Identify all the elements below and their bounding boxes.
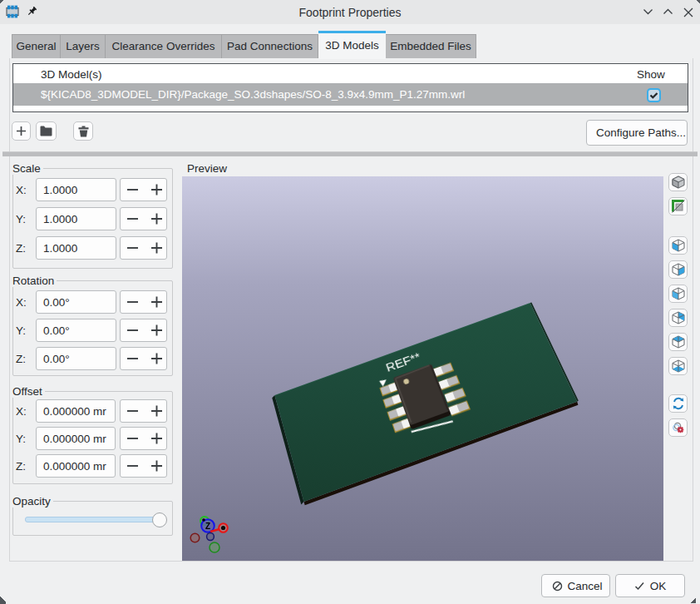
svg-text:Z: Z — [205, 522, 210, 531]
